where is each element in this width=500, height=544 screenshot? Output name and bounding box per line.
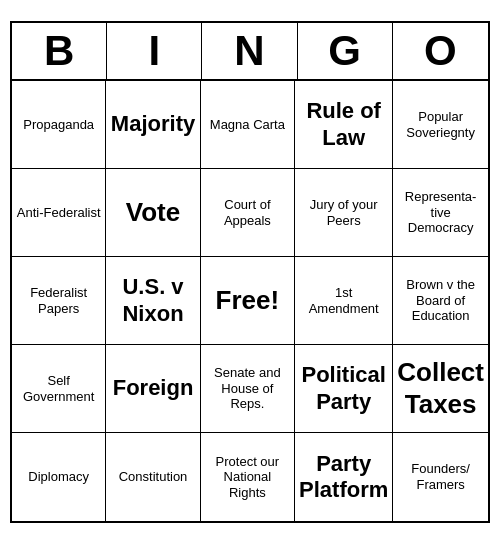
cell-text-17: Senate and House of Reps. [205, 365, 290, 412]
bingo-cell-12: Free! [201, 257, 295, 345]
bingo-cell-16: Foreign [106, 345, 200, 433]
bingo-cell-18: Political Party [295, 345, 393, 433]
cell-text-18: Political Party [299, 362, 388, 415]
bingo-cell-11: U.S. v Nixon [106, 257, 200, 345]
bingo-cell-6: Vote [106, 169, 200, 257]
bingo-cell-8: Jury of your Peers [295, 169, 393, 257]
cell-text-6: Vote [126, 197, 180, 228]
bingo-cell-21: Constitution [106, 433, 200, 521]
bingo-cell-17: Senate and House of Reps. [201, 345, 295, 433]
cell-text-1: Majority [111, 111, 195, 137]
bingo-card: BINGO PropagandaMajorityMagna CartaRule … [10, 21, 490, 523]
bingo-cell-2: Magna Carta [201, 81, 295, 169]
bingo-cell-9: Representa-tive Democracy [393, 169, 488, 257]
cell-text-10: Federalist Papers [16, 285, 101, 316]
bingo-cell-1: Majority [106, 81, 200, 169]
bingo-cell-14: Brown v the Board of Education [393, 257, 488, 345]
bingo-cell-3: Rule of Law [295, 81, 393, 169]
bingo-cell-0: Propaganda [12, 81, 106, 169]
cell-text-7: Court of Appeals [205, 197, 290, 228]
cell-text-11: U.S. v Nixon [110, 274, 195, 327]
bingo-cell-24: Founders/ Framers [393, 433, 488, 521]
cell-text-21: Constitution [119, 469, 188, 485]
cell-text-19: Collect Taxes [397, 357, 484, 419]
bingo-cell-19: Collect Taxes [393, 345, 488, 433]
bingo-header: BINGO [12, 23, 488, 81]
bingo-cell-7: Court of Appeals [201, 169, 295, 257]
cell-text-4: Popular Soveriegnty [397, 109, 484, 140]
cell-text-3: Rule of Law [299, 98, 388, 151]
header-letter-g: G [298, 23, 393, 79]
cell-text-13: 1st Amendment [299, 285, 388, 316]
bingo-cell-5: Anti-Federalist [12, 169, 106, 257]
header-letter-i: I [107, 23, 202, 79]
header-letter-b: B [12, 23, 107, 79]
cell-text-16: Foreign [113, 375, 194, 401]
cell-text-12: Free! [216, 285, 280, 316]
cell-text-22: Protect our National Rights [205, 454, 290, 501]
bingo-grid: PropagandaMajorityMagna CartaRule of Law… [12, 81, 488, 521]
bingo-cell-23: Party Platform [295, 433, 393, 521]
cell-text-9: Representa-tive Democracy [397, 189, 484, 236]
cell-text-15: Self Government [16, 373, 101, 404]
header-letter-o: O [393, 23, 488, 79]
bingo-cell-10: Federalist Papers [12, 257, 106, 345]
cell-text-5: Anti-Federalist [17, 205, 101, 221]
cell-text-23: Party Platform [299, 451, 388, 504]
bingo-cell-20: Diplomacy [12, 433, 106, 521]
bingo-cell-22: Protect our National Rights [201, 433, 295, 521]
cell-text-0: Propaganda [23, 117, 94, 133]
cell-text-20: Diplomacy [28, 469, 89, 485]
cell-text-8: Jury of your Peers [299, 197, 388, 228]
bingo-cell-13: 1st Amendment [295, 257, 393, 345]
cell-text-2: Magna Carta [210, 117, 285, 133]
bingo-cell-15: Self Government [12, 345, 106, 433]
cell-text-24: Founders/ Framers [397, 461, 484, 492]
header-letter-n: N [202, 23, 297, 79]
bingo-cell-4: Popular Soveriegnty [393, 81, 488, 169]
cell-text-14: Brown v the Board of Education [397, 277, 484, 324]
